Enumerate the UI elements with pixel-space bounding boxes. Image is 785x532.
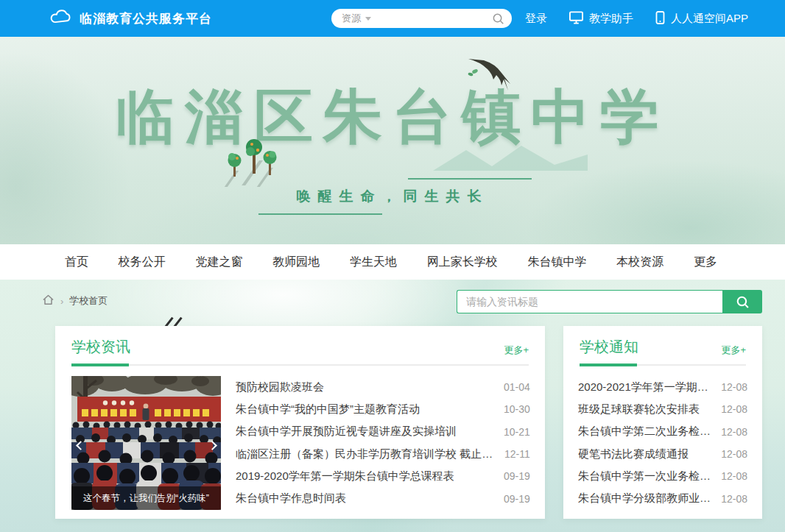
breadcrumb: › 学校首页 <box>42 294 108 308</box>
platform-title: 临淄教育公共服务平台 <box>80 10 212 27</box>
news-carousel[interactable]: 这个春节，让我们告别“火药味” <box>71 376 221 510</box>
cloud-icon <box>49 9 72 28</box>
notice-item-date: 12-08 <box>721 381 747 393</box>
carousel-prev-button[interactable] <box>73 436 85 454</box>
carousel-next-button[interactable] <box>208 436 219 454</box>
notice-item-title: 班级足球联赛轮次安排表 <box>578 402 700 416</box>
notice-item-title: 朱台镇中学分级部教师业务展 <box>578 492 712 506</box>
notice-item-title: 硬笔书法比赛成绩通报 <box>578 447 689 461</box>
top-actions: 登录 教学助手 人人通空间APP <box>525 0 748 37</box>
news-item-date: 10-30 <box>504 403 530 415</box>
notice-item[interactable]: 硬笔书法比赛成绩通报12-08 <box>578 443 747 465</box>
nav-item-zhutai-school[interactable]: 朱台镇中学 <box>528 255 587 270</box>
news-item-date: 09-19 <box>504 470 530 482</box>
search-icon[interactable] <box>492 13 504 25</box>
notice-item-date: 12-08 <box>721 493 747 505</box>
notice-item[interactable]: 朱台镇中学第一次业务检查的12-08 <box>578 465 747 487</box>
smartphone-icon <box>655 11 665 26</box>
news-more-link[interactable]: 更多+ <box>504 344 529 357</box>
news-item-date: 09-19 <box>504 493 530 505</box>
notice-item[interactable]: 2020-2021学年第一学期足球12-08 <box>578 376 747 398</box>
nav-item-student-world[interactable]: 学生天地 <box>350 255 397 270</box>
top-bar: 临淄教育公共服务平台 资源 登录 教学助手 人人通空间APP <box>0 0 785 37</box>
nav-item-parent-school[interactable]: 网上家长学校 <box>427 255 498 270</box>
home-icon[interactable] <box>42 294 54 308</box>
nav-item-home[interactable]: 首页 <box>65 255 88 270</box>
news-item-title: 2019-2020学年第一学期朱台镇中学总课程表 <box>236 469 454 483</box>
carousel-caption[interactable]: 这个春节，让我们告别“火药味” <box>71 486 221 510</box>
page-content: › 学校首页 学校资讯 更多+ <box>0 280 785 532</box>
news-item-title: 临淄区注册（备案）民办非学历教育培训学校 截止2019 <box>236 447 496 461</box>
notice-item-date: 12-08 <box>721 448 747 460</box>
notice-item[interactable]: 班级足球联赛轮次安排表12-08 <box>578 398 747 420</box>
news-item[interactable]: 朱台镇中学“我的中国梦”主题教育活动10-30 <box>236 398 530 420</box>
monitor-icon <box>569 11 583 26</box>
search-category-label: 资源 <box>342 12 361 25</box>
nav-item-school-resources[interactable]: 本校资源 <box>616 255 663 270</box>
notice-item[interactable]: 朱台镇中学第二次业务检查的12-08 <box>578 421 747 443</box>
news-item-title: 预防校园欺凌班会 <box>236 380 324 394</box>
chevron-down-icon <box>365 17 371 21</box>
article-search <box>457 290 762 313</box>
news-item-title: 朱台镇中学开展预防近视专题讲座及实操培训 <box>236 425 457 439</box>
news-item[interactable]: 临淄区注册（备案）民办非学历教育培训学校 截止201912-11 <box>236 443 530 465</box>
notice-item-date: 12-08 <box>721 426 747 438</box>
breadcrumb-current[interactable]: 学校首页 <box>69 294 108 308</box>
login-label: 登录 <box>525 12 547 26</box>
teaching-assistant-label: 教学助手 <box>589 12 633 26</box>
news-item[interactable]: 朱台镇中学开展预防近视专题讲座及实操培训10-21 <box>236 421 530 443</box>
notice-item-title: 朱台镇中学第二次业务检查的 <box>578 425 712 439</box>
panel-divider <box>71 364 529 366</box>
article-search-input[interactable] <box>457 290 722 313</box>
nav-item-teacher-garden[interactable]: 教师园地 <box>272 255 320 270</box>
login-link[interactable]: 登录 <box>525 12 547 26</box>
notice-item-date: 12-08 <box>721 470 747 482</box>
news-item-date: 12-11 <box>504 448 530 460</box>
breadcrumb-separator: › <box>60 296 63 307</box>
news-item-date: 01-04 <box>504 381 530 393</box>
notice-item[interactable]: 朱台镇中学分级部教师业务展12-08 <box>578 487 747 509</box>
notice-list: 2020-2021学年第一学期足球12-08 班级足球联赛轮次安排表12-08 … <box>578 376 747 510</box>
quote-mark-decoration <box>163 316 186 326</box>
renrentong-app-label: 人人通空间APP <box>671 12 748 26</box>
search-category-select[interactable]: 资源 <box>342 12 371 25</box>
notice-item-title: 朱台镇中学第一次业务检查的 <box>578 469 712 483</box>
news-item[interactable]: 2019-2020学年第一学期朱台镇中学总课程表09-19 <box>236 465 530 487</box>
nav-item-party-building[interactable]: 党建之窗 <box>196 255 243 270</box>
notice-panel-title: 学校通知 <box>580 337 638 357</box>
nav-item-more[interactable]: 更多 <box>694 255 717 270</box>
school-slogan: 唤醒生命，同生共长 <box>297 178 489 215</box>
main-navigation: 首页 校务公开 党建之窗 教师园地 学生天地 网上家长学校 朱台镇中学 本校资源… <box>0 244 785 280</box>
news-item[interactable]: 朱台镇中学作息时间表09-19 <box>236 487 530 509</box>
panel-divider <box>580 364 746 366</box>
platform-brand[interactable]: 临淄教育公共服务平台 <box>49 0 212 37</box>
notice-more-link[interactable]: 更多+ <box>721 344 746 357</box>
news-item[interactable]: 预防校园欺凌班会01-04 <box>236 376 530 398</box>
news-list: 预防校园欺凌班会01-04 朱台镇中学“我的中国梦”主题教育活动10-30 朱台… <box>236 376 530 510</box>
notice-item-date: 12-08 <box>721 403 747 415</box>
global-search-box[interactable]: 资源 <box>331 9 512 28</box>
nav-item-school-affairs[interactable]: 校务公开 <box>119 255 166 270</box>
renrentong-app-link[interactable]: 人人通空间APP <box>655 11 748 26</box>
news-item-date: 10-21 <box>504 426 530 438</box>
article-search-button[interactable] <box>722 290 762 313</box>
hero-banner: 临淄区朱台镇中学 唤醒生命，同生共长 <box>0 37 785 244</box>
news-item-title: 朱台镇中学作息时间表 <box>236 492 346 506</box>
school-notice-panel: 学校通知 更多+ 2020-2021学年第一学期足球12-08 班级足球联赛轮次… <box>563 326 762 519</box>
news-panel-title: 学校资讯 <box>71 337 130 357</box>
teaching-assistant-link[interactable]: 教学助手 <box>569 11 633 26</box>
school-news-panel: 学校资讯 更多+ <box>55 326 545 519</box>
notice-item-title: 2020-2021学年第一学期足球 <box>578 380 712 394</box>
school-name-title: 临淄区朱台镇中学 <box>0 78 785 157</box>
news-item-title: 朱台镇中学“我的中国梦”主题教育活动 <box>236 402 420 416</box>
